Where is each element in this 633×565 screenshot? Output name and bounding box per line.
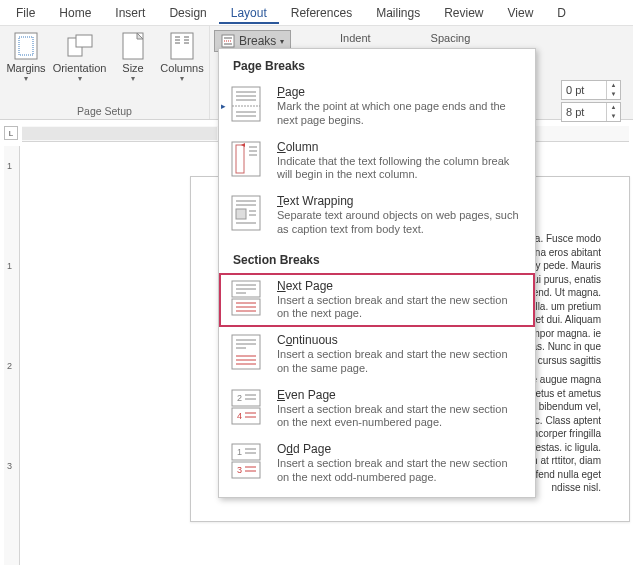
- chevron-down-icon: ▾: [131, 74, 135, 83]
- group-caption-pagesetup: Page Setup: [6, 103, 203, 117]
- option-title: Page: [277, 85, 521, 99]
- indent-label: Indent: [340, 32, 371, 44]
- tab-stop-selector[interactable]: L: [4, 126, 18, 140]
- svg-rect-31: [236, 209, 246, 219]
- ruler-tick: 1: [7, 161, 12, 171]
- column-break-icon: [229, 140, 263, 178]
- ribbon-group-pagesetup: Margins ▾ Orientation ▾ Size ▾: [0, 26, 210, 119]
- option-title: Next Page: [277, 279, 521, 293]
- ruler-tick: 1: [7, 261, 12, 271]
- option-title: Even Page: [277, 388, 521, 402]
- option-title: Odd Page: [277, 442, 521, 456]
- chevron-down-icon: ▾: [280, 37, 284, 46]
- break-option-column[interactable]: Column Indicate that the text following …: [219, 134, 535, 189]
- spacing-before-input[interactable]: 0 pt ▲▼: [561, 80, 621, 100]
- option-desc: Insert a section break and start the new…: [277, 403, 521, 431]
- option-desc: Indicate that the text following the col…: [277, 155, 521, 183]
- next-page-icon: [229, 279, 263, 317]
- spacing-label: Spacing: [431, 32, 471, 44]
- spin-up-icon[interactable]: ▲: [607, 103, 620, 112]
- break-option-continuous[interactable]: Continuous Insert a section break and st…: [219, 327, 535, 382]
- spin-down-icon[interactable]: ▼: [607, 112, 620, 121]
- option-desc: Mark the point at which one page ends an…: [277, 100, 521, 128]
- chevron-down-icon: ▾: [24, 74, 28, 83]
- breaks-label: Breaks: [239, 34, 276, 48]
- spin-up-icon[interactable]: ▲: [607, 81, 620, 90]
- svg-text:1: 1: [237, 447, 242, 457]
- text-wrapping-icon: [229, 194, 263, 232]
- break-option-odd-page[interactable]: 13 Odd Page Insert a section break and s…: [219, 436, 535, 491]
- menu-bar: File Home Insert Design Layout Reference…: [0, 0, 633, 26]
- tab-truncated[interactable]: D: [545, 2, 578, 24]
- svg-rect-5: [171, 33, 193, 59]
- indent-spacing-labels: Indent Spacing: [340, 32, 470, 44]
- break-option-next-page[interactable]: Next Page Insert a section break and sta…: [219, 273, 535, 328]
- vertical-ruler[interactable]: 1 1 2 3: [4, 146, 20, 565]
- spacing-before-value: 0 pt: [562, 84, 606, 96]
- tab-layout[interactable]: Layout: [219, 2, 279, 24]
- size-icon: [119, 32, 147, 60]
- option-desc: Insert a section break and start the new…: [277, 348, 521, 376]
- ruler-tick: 3: [7, 461, 12, 471]
- option-title: Continuous: [277, 333, 521, 347]
- svg-rect-3: [76, 35, 92, 47]
- continuous-icon: [229, 333, 263, 371]
- spacing-after-value: 8 pt: [562, 106, 606, 118]
- option-desc: Separate text around objects on web page…: [277, 209, 521, 237]
- orientation-label: Orientation: [53, 62, 107, 74]
- ruler-tick: 2: [7, 361, 12, 371]
- breaks-dropdown: Page Breaks ▸ Page Mark the point at whi…: [218, 48, 536, 498]
- columns-button[interactable]: Columns ▾: [161, 30, 203, 103]
- chevron-down-icon: ▾: [180, 74, 184, 83]
- svg-text:3: 3: [237, 465, 242, 475]
- spacing-after-input[interactable]: 8 pt ▲▼: [561, 102, 621, 122]
- break-option-even-page[interactable]: 24 Even Page Insert a section break and …: [219, 382, 535, 437]
- svg-text:4: 4: [237, 411, 242, 421]
- tab-design[interactable]: Design: [157, 2, 218, 24]
- option-title: Text Wrapping: [277, 194, 521, 208]
- option-title: Column: [277, 140, 521, 154]
- spacing-inputs: 0 pt ▲▼ 8 pt ▲▼: [561, 80, 621, 122]
- breaks-icon: [221, 34, 235, 48]
- dropdown-header-section-breaks: Section Breaks: [219, 243, 535, 273]
- option-desc: Insert a section break and start the new…: [277, 457, 521, 485]
- tab-home[interactable]: Home: [47, 2, 103, 24]
- svg-text:2: 2: [237, 393, 242, 403]
- tab-references[interactable]: References: [279, 2, 364, 24]
- columns-icon: [168, 32, 196, 60]
- tab-insert[interactable]: Insert: [103, 2, 157, 24]
- size-label: Size: [122, 62, 143, 74]
- columns-label: Columns: [160, 62, 203, 74]
- break-option-page[interactable]: ▸ Page Mark the point at which one page …: [219, 79, 535, 134]
- dropdown-header-page-breaks: Page Breaks: [219, 49, 535, 79]
- even-page-icon: 24: [229, 388, 263, 426]
- margins-button[interactable]: Margins ▾: [6, 30, 46, 103]
- tab-review[interactable]: Review: [432, 2, 495, 24]
- margins-icon: [12, 32, 40, 60]
- orientation-button[interactable]: Orientation ▾: [54, 30, 105, 103]
- odd-page-icon: 13: [229, 442, 263, 480]
- size-button[interactable]: Size ▾: [113, 30, 153, 103]
- break-option-text-wrapping[interactable]: Text Wrapping Separate text around objec…: [219, 188, 535, 243]
- page-break-icon: [229, 85, 263, 123]
- tab-view[interactable]: View: [496, 2, 546, 24]
- chevron-down-icon: ▾: [78, 74, 82, 83]
- margins-label: Margins: [6, 62, 45, 74]
- spin-down-icon[interactable]: ▼: [607, 90, 620, 99]
- indicator-icon: ▸: [221, 101, 226, 111]
- tab-mailings[interactable]: Mailings: [364, 2, 432, 24]
- tab-file[interactable]: File: [4, 2, 47, 24]
- option-desc: Insert a section break and start the new…: [277, 294, 521, 322]
- orientation-icon: [66, 32, 94, 60]
